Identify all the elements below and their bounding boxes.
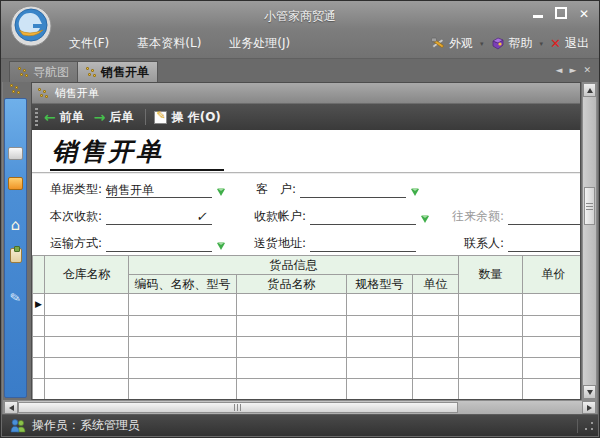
address-input[interactable] xyxy=(310,236,416,252)
shortcut-clipboard-button[interactable] xyxy=(7,247,25,263)
action-menu-button[interactable]: 操 作(O) xyxy=(154,109,220,126)
grid-cell[interactable] xyxy=(237,294,347,316)
shortcut-home-button[interactable]: ⌂ xyxy=(7,217,25,233)
close-button[interactable]: ✕ xyxy=(579,7,589,21)
col-unit[interactable]: 单位 xyxy=(413,275,459,294)
grid-cell[interactable] xyxy=(237,316,347,337)
customer-dropdown-icon[interactable] xyxy=(411,189,419,196)
grid-cell[interactable] xyxy=(459,358,523,379)
grid-cell[interactable] xyxy=(129,379,237,400)
tab-sales-billing[interactable]: 销售开单 xyxy=(77,61,158,82)
grid-cell[interactable] xyxy=(347,379,413,400)
tab-close-icon[interactable]: ✕ xyxy=(583,65,591,75)
prev-bill-button[interactable]: ← 前单 xyxy=(44,109,84,126)
shortcut-window-button[interactable] xyxy=(7,145,25,161)
contact-input[interactable] xyxy=(508,236,580,252)
help-dropdown-caret-icon[interactable]: ▾ xyxy=(540,40,544,48)
horizontal-scroll-thumb[interactable] xyxy=(18,402,458,413)
scroll-up-button[interactable] xyxy=(583,83,596,97)
grid-row[interactable]: ▶ xyxy=(33,294,581,316)
menu-business[interactable]: 业务处理(J) xyxy=(229,35,290,52)
grid-cell[interactable] xyxy=(237,358,347,379)
appearance-dropdown-caret-icon[interactable]: ▾ xyxy=(480,40,484,48)
appearance-menu[interactable]: 外观 xyxy=(431,35,473,52)
doc-type-input[interactable]: 销售开单 xyxy=(106,182,212,198)
scroll-down-button[interactable] xyxy=(583,385,596,399)
grid-cell[interactable] xyxy=(45,337,129,358)
clipboard-icon xyxy=(10,248,22,263)
grid-cell[interactable] xyxy=(459,379,523,400)
transport-dropdown-icon[interactable] xyxy=(217,243,225,250)
scroll-left-button[interactable] xyxy=(4,401,18,414)
exit-menu[interactable]: ✕ 退出 xyxy=(550,35,589,52)
grid-cell[interactable] xyxy=(347,337,413,358)
grid-cell[interactable] xyxy=(45,379,129,400)
panel-header: 销售开单 xyxy=(32,83,580,104)
grid-cell[interactable] xyxy=(459,337,523,358)
grid-cell[interactable] xyxy=(129,358,237,379)
col-quantity[interactable]: 数量 xyxy=(459,256,523,294)
grid-cell[interactable] xyxy=(347,316,413,337)
col-warehouse[interactable]: 仓库名称 xyxy=(45,256,129,294)
panel-title: 销售开单 xyxy=(55,86,99,101)
grid-cell[interactable] xyxy=(459,316,523,337)
grid-cell[interactable] xyxy=(413,294,459,316)
grid-cell[interactable] xyxy=(237,337,347,358)
toolbar-grip-handle[interactable] xyxy=(35,108,38,126)
grid-cell[interactable] xyxy=(129,294,237,316)
grid-cell[interactable] xyxy=(523,358,581,379)
tab-navigation-map[interactable]: 导航图 xyxy=(9,61,78,82)
grid-cell[interactable] xyxy=(347,358,413,379)
right-arrow-icon: → xyxy=(94,111,106,123)
col-spec-model[interactable]: 规格型号 xyxy=(347,275,413,294)
account-dropdown-icon[interactable] xyxy=(421,216,429,223)
grid-cell[interactable] xyxy=(523,294,581,316)
grid-cell[interactable] xyxy=(459,294,523,316)
col-code-name-model[interactable]: 编码、名称、型号 xyxy=(129,275,237,294)
grid-row[interactable] xyxy=(33,358,581,379)
grid-row[interactable] xyxy=(33,337,581,358)
col-group-goods-info[interactable]: 货品信息 xyxy=(129,256,459,275)
grid-cell[interactable] xyxy=(45,294,129,316)
menu-file[interactable]: 文件(F) xyxy=(69,35,109,52)
help-menu[interactable]: 帮助 xyxy=(491,35,533,52)
customer-input[interactable] xyxy=(300,182,406,198)
grid-cell[interactable] xyxy=(347,294,413,316)
grid-cell[interactable] xyxy=(413,316,459,337)
next-bill-button[interactable]: → 后单 xyxy=(94,109,134,126)
maximize-button[interactable] xyxy=(555,7,567,19)
grid-cell[interactable] xyxy=(523,337,581,358)
vertical-scrollbar[interactable] xyxy=(582,82,597,400)
transport-input[interactable] xyxy=(106,236,212,252)
grid-row[interactable] xyxy=(33,379,581,400)
vertical-scroll-thumb[interactable] xyxy=(584,187,595,225)
payment-input[interactable]: ✓ xyxy=(106,209,212,225)
minimize-button[interactable] xyxy=(533,7,543,18)
grid-cell[interactable] xyxy=(129,337,237,358)
edit-icon xyxy=(154,111,167,124)
doc-type-dropdown-icon[interactable] xyxy=(217,189,225,196)
account-input[interactable] xyxy=(310,209,416,225)
grid-cell[interactable] xyxy=(413,358,459,379)
resize-grip-icon[interactable] xyxy=(584,421,594,431)
grid-cell[interactable] xyxy=(523,316,581,337)
menu-basic-data[interactable]: 基本资料(L) xyxy=(137,35,201,52)
shortcut-pencil-button[interactable]: ✎ xyxy=(7,289,25,305)
grid-cell[interactable] xyxy=(413,379,459,400)
grid-cell[interactable] xyxy=(129,316,237,337)
grid-cell[interactable] xyxy=(45,316,129,337)
col-goods-name[interactable]: 货品名称 xyxy=(237,275,347,294)
app-logo-icon[interactable] xyxy=(9,4,53,48)
grid-cell[interactable] xyxy=(237,379,347,400)
scroll-right-button[interactable] xyxy=(582,401,596,414)
shortcut-folder-button[interactable] xyxy=(7,175,25,191)
grid-cell[interactable] xyxy=(523,379,581,400)
tab-scroll-right-icon[interactable]: ► xyxy=(570,65,577,75)
col-unit-price[interactable]: 单价 xyxy=(523,256,581,294)
horizontal-scrollbar[interactable] xyxy=(3,400,597,415)
tab-scroll-left-icon[interactable]: ◄ xyxy=(556,65,563,75)
red-x-icon: ✕ xyxy=(550,36,561,51)
grid-cell[interactable] xyxy=(45,358,129,379)
grid-row[interactable] xyxy=(33,316,581,337)
grid-cell[interactable] xyxy=(413,337,459,358)
